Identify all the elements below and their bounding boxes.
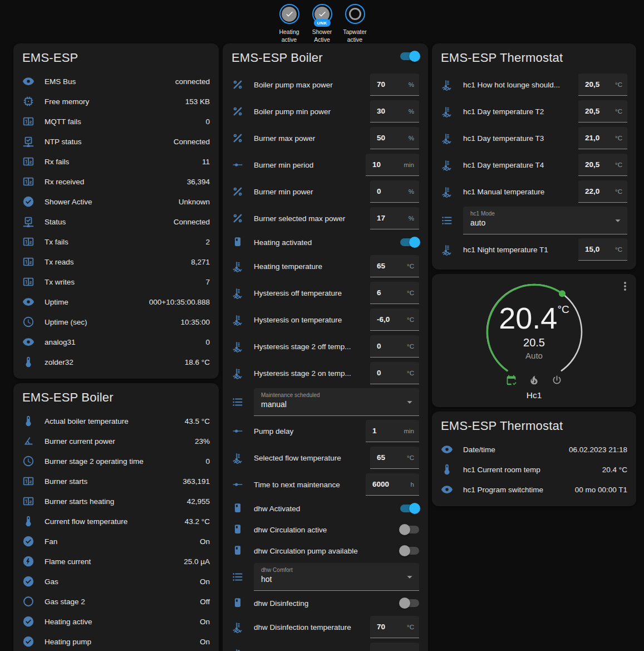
select-field[interactable]: dhw Comforthot (254, 563, 419, 591)
entity-label: Hysteresis stage 2 on temp... (254, 369, 370, 378)
number-input[interactable]: 0°C (370, 362, 419, 384)
number-input[interactable]: 10min (366, 154, 419, 176)
toggle-switch[interactable] (400, 505, 419, 512)
toggle-switch[interactable] (400, 238, 419, 246)
number-input[interactable]: 20,5°C (578, 100, 627, 123)
calendar-check-icon[interactable] (505, 374, 517, 386)
dial-handle[interactable] (559, 290, 566, 297)
select-field[interactable]: hc1 Modeauto (463, 207, 627, 234)
coolant-icon (441, 159, 453, 171)
entity-row[interactable]: Burner stage 2 operating time0 (22, 451, 210, 471)
entity-row[interactable]: Heating activeOn (22, 611, 210, 632)
entity-row[interactable]: hc1 Program switchtime00 mo 00:00 T1 (441, 479, 627, 500)
card-title: EMS-ESP Thermostat (432, 43, 636, 69)
number-input[interactable]: -6,0°C (370, 309, 419, 331)
number-input[interactable]: 0% (370, 180, 419, 203)
number-input[interactable]: 6°C (370, 282, 419, 304)
number-input[interactable]: 50% (370, 127, 419, 149)
number-input[interactable]: 17% (370, 207, 419, 229)
power-icon[interactable] (551, 374, 563, 386)
entity-row[interactable]: StatusConnected (22, 212, 210, 232)
entity-row[interactable]: GasOn (22, 571, 210, 591)
card-ems-esp: EMS-ESP EMS BusconnectedFree memory153 K… (13, 43, 219, 379)
entity-value: On (200, 618, 210, 626)
more-options-icon[interactable] (618, 280, 632, 293)
card-title: EMS-ESP Thermostat (432, 412, 636, 437)
entity-row[interactable]: Tx writes7 (22, 272, 210, 292)
entity-row[interactable]: EMS Busconnected (22, 71, 210, 91)
entity-row[interactable]: Rx received36,394 (22, 172, 210, 192)
entity-row[interactable]: Tx fails2 (22, 232, 210, 252)
entity-row[interactable]: Actual boiler temperature43.5 °C (22, 411, 210, 431)
toggle-switch[interactable] (400, 526, 419, 533)
eye-icon (22, 296, 35, 308)
network-icon (22, 216, 35, 228)
number-input[interactable]: 30% (370, 100, 419, 123)
entity-label: MQTT fails (45, 118, 205, 126)
entity-row[interactable]: Rx fails11 (22, 151, 210, 172)
entity-row[interactable]: Heating pumpOn (22, 632, 210, 651)
entity-row[interactable]: Tx reads8,271 (22, 252, 210, 272)
number-input[interactable]: 20,5°C (578, 74, 627, 96)
coolant-icon (441, 132, 453, 144)
entity-row[interactable]: MQTT fails0 (22, 111, 210, 131)
status-badge[interactable]: UNKShower Active (308, 4, 336, 43)
entity-row[interactable]: Burner starts heating42,955 (22, 491, 210, 511)
status-badge[interactable]: Heating active (276, 4, 303, 43)
entity-label: Time to next maintenance (254, 481, 366, 489)
list-icon (232, 396, 244, 408)
entity-row[interactable]: Free memory153 KB (22, 91, 210, 111)
number-unit: % (409, 135, 414, 141)
thermometer-icon (22, 356, 35, 368)
entity-label: dhw Disinfecting (254, 599, 400, 608)
counter-icon (22, 155, 35, 168)
entity-value: 25.0 µA (184, 557, 210, 566)
select-field[interactable]: Maintenance scheduledmanual (254, 388, 419, 416)
check-circle-icon (22, 195, 35, 208)
toggle-switch[interactable] (400, 547, 419, 555)
entity-row[interactable]: Uptime000+10:35:00.888 (22, 292, 210, 312)
entity-label: Boiler pump min power (254, 107, 370, 116)
boiler-master-toggle[interactable] (400, 52, 419, 60)
entity-row[interactable]: analog310 (22, 332, 210, 352)
entity-row[interactable]: Gas stage 2Off (22, 591, 210, 611)
number-input[interactable]: 6000h (366, 473, 419, 496)
number-input[interactable]: 21,0°C (578, 127, 627, 149)
entity-row[interactable]: Date/time06.02.2023 21:18 (441, 439, 627, 459)
toggle-switch[interactable] (400, 599, 419, 607)
entity-value: 23% (195, 437, 210, 446)
entity-row[interactable]: Shower ActiveUnknown (22, 192, 210, 212)
number-input[interactable]: 0°C (370, 335, 419, 358)
entity-row[interactable]: zolder3218.6 °C (22, 352, 210, 372)
number-value: 0 (377, 187, 381, 195)
entity-row[interactable]: Burner starts363,191 (22, 471, 210, 491)
number-input[interactable]: 40°C (370, 643, 419, 651)
fire-icon[interactable] (528, 374, 540, 386)
number-input[interactable]: 70°C (370, 616, 419, 638)
entity-row[interactable]: Current flow temperature43.2 °C (22, 511, 210, 531)
status-badge[interactable]: Tapwater active (341, 4, 369, 43)
number-input[interactable]: 1min (366, 420, 419, 442)
entity-row[interactable]: FanOn (22, 531, 210, 551)
entity-row[interactable]: Flame current25.0 µA (22, 551, 210, 571)
toggle-thumb (399, 598, 410, 609)
entity-row[interactable]: NTP statusConnected (22, 131, 210, 151)
number-input[interactable]: 22,0°C (578, 180, 627, 203)
number-input[interactable]: 65°C (370, 447, 419, 469)
toggle-thumb (409, 503, 420, 514)
water-boiler-icon (232, 545, 244, 557)
number-input[interactable]: 15,0°C (578, 238, 627, 261)
number-input[interactable]: 20,5°C (578, 154, 627, 176)
circle-outline-icon (349, 8, 361, 20)
entity-value: 06.02.2023 21:18 (569, 446, 627, 454)
number-row: Hysteresis stage 2 off temp...0°C (232, 333, 419, 360)
number-input[interactable]: 70% (370, 74, 419, 96)
entity-label: Hysteresis on temperature (254, 316, 370, 324)
entity-row[interactable]: Uptime (sec)10:35:00 (22, 312, 210, 332)
number-value: 15,0 (585, 245, 599, 253)
number-input[interactable]: 65°C (370, 255, 419, 277)
number-unit: °C (407, 454, 414, 461)
entity-row[interactable]: hc1 Current room temp20.4 °C (441, 459, 627, 479)
entity-row[interactable]: Burner current power23% (22, 431, 210, 451)
counter-icon (22, 475, 35, 487)
